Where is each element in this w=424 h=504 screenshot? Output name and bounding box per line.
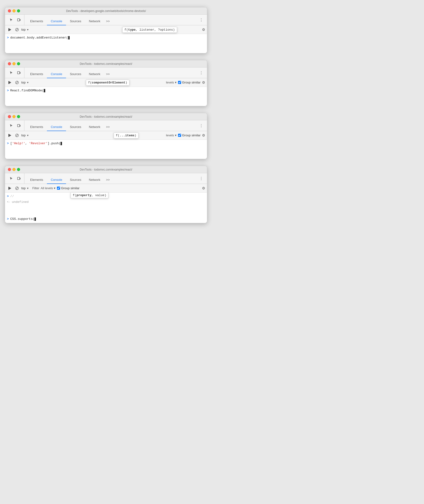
tab-network-1[interactable]: Network	[85, 18, 104, 25]
autocomplete-bold-1: type	[128, 28, 136, 31]
autocomplete-item-4-1[interactable]: f(property, value)	[71, 193, 108, 198]
autocomplete-f-1: f(	[125, 28, 128, 31]
minimize-button-3[interactable]	[12, 115, 16, 118]
console-content-4: > // <- undefined f(conditionText) f(pro…	[5, 193, 207, 223]
tab-sources-3[interactable]: Sources	[66, 123, 85, 131]
console-input-4-0[interactable]: //	[10, 194, 14, 199]
autocomplete-popup-2: f(componentOrElement)	[86, 80, 130, 86]
console-input-4-2[interactable]: CSS.supports(	[10, 217, 36, 221]
toolbar-1: top ▾ f(type, listener, ?options) ⚙	[5, 25, 207, 34]
console-input-3-0[interactable]: ['Help!', 'Revolver'].push(	[10, 141, 62, 146]
autocomplete-f-4-1: f(	[73, 194, 77, 197]
close-button-4[interactable]	[8, 168, 11, 171]
settings-icon-1[interactable]: ⚙	[202, 28, 205, 32]
group-similar-input-2[interactable]	[178, 81, 181, 84]
svg-marker-2	[9, 28, 11, 31]
cursor-icon[interactable]	[8, 17, 15, 23]
device-icon-4[interactable]	[16, 175, 22, 182]
svg-line-11	[16, 82, 18, 84]
filter-label-4: Filter	[32, 186, 39, 190]
window-title-2: DevTools - todomvc.com/examples/react/	[80, 62, 132, 66]
tab-more-4[interactable]: >>	[104, 176, 112, 184]
context-dropdown-3[interactable]: ▾	[27, 134, 28, 137]
svg-rect-9	[8, 81, 9, 84]
context-dropdown-2[interactable]: ▾	[27, 81, 28, 84]
group-similar-checkbox-4[interactable]: Group similar	[57, 186, 80, 190]
autocomplete-rest-1: , listener, ?options)	[136, 28, 175, 31]
svg-marker-8	[9, 81, 11, 84]
tab-network-4[interactable]: Network	[85, 176, 104, 184]
tab-elements-4[interactable]: Elements	[26, 176, 47, 184]
settings-icon-2[interactable]: ⚙	[202, 80, 205, 85]
tab-sources-1[interactable]: Sources	[66, 18, 85, 25]
group-similar-text-4: Group similar	[61, 186, 80, 190]
device-icon-3[interactable]	[16, 122, 22, 129]
clear-icon-2[interactable]	[14, 80, 20, 85]
execute-icon-3[interactable]	[7, 133, 13, 138]
context-label-3: top	[21, 134, 26, 137]
clear-icon-3[interactable]	[14, 133, 20, 138]
close-button[interactable]	[8, 9, 11, 12]
tab-more-1[interactable]: >>	[104, 18, 112, 25]
menu-dots-1[interactable]: ⋮	[197, 16, 205, 24]
tab-elements-3[interactable]: Elements	[26, 123, 47, 131]
close-button-3[interactable]	[8, 115, 11, 118]
cursor-icon-2[interactable]	[8, 69, 15, 76]
console-input-4-1: undefined	[12, 200, 28, 204]
maximize-button-4[interactable]	[17, 168, 20, 171]
maximize-button[interactable]	[17, 9, 20, 12]
group-similar-input-4[interactable]	[57, 187, 60, 190]
clear-icon-1[interactable]	[14, 27, 20, 32]
console-line-3-0: > ['Help!', 'Revolver'].push(	[5, 141, 207, 146]
close-button-2[interactable]	[8, 62, 11, 65]
console-input-1-0[interactable]: document.body.addEventListener(	[10, 35, 70, 40]
tab-console-4[interactable]: Console	[47, 176, 66, 184]
context-dropdown-1[interactable]: ▾	[27, 28, 28, 31]
svg-rect-12	[18, 124, 20, 127]
toolbar-4: top ▾ Filter All levels ▾ Group similar …	[5, 184, 207, 193]
device-icon-2[interactable]	[16, 69, 22, 76]
maximize-button-3[interactable]	[17, 115, 20, 118]
svg-rect-6	[18, 72, 20, 74]
tab-console-3[interactable]: Console	[47, 123, 66, 131]
device-icon[interactable]	[16, 17, 22, 23]
settings-icon-3[interactable]: ⚙	[202, 133, 205, 138]
svg-rect-21	[8, 187, 9, 190]
cursor-icon-3[interactable]	[8, 122, 15, 129]
tab-more-2[interactable]: >>	[104, 70, 112, 78]
minimize-button[interactable]	[12, 9, 16, 12]
tab-network-3[interactable]: Network	[85, 123, 104, 131]
maximize-button-2[interactable]	[17, 62, 20, 65]
tab-console-2[interactable]: Console	[47, 70, 66, 78]
group-similar-checkbox-3[interactable]: Group similar	[178, 134, 200, 137]
console-prompt-3-0: >	[7, 141, 9, 146]
menu-dots-3[interactable]: ⋮	[197, 122, 205, 130]
menu-dots-4[interactable]: ⋮	[197, 174, 205, 183]
cursor-icon-4[interactable]	[8, 175, 15, 182]
console-input-2-0[interactable]: React.findDOMNode(	[10, 88, 45, 93]
tab-elements-2[interactable]: Elements	[26, 70, 47, 78]
group-similar-input-3[interactable]	[178, 134, 181, 137]
tab-network-2[interactable]: Network	[85, 70, 104, 78]
clear-icon-4[interactable]	[14, 185, 20, 191]
levels-label-3: levels ▾	[166, 134, 177, 137]
execute-icon-4[interactable]	[7, 185, 13, 191]
tab-sources-4[interactable]: Sources	[66, 176, 85, 184]
tab-sources-2[interactable]: Sources	[66, 70, 85, 78]
all-levels-label-4: All levels ▾	[41, 186, 56, 190]
execute-icon-2[interactable]	[7, 80, 13, 85]
settings-icon-4[interactable]: ⚙	[202, 186, 205, 191]
menu-dots-2[interactable]: ⋮	[197, 69, 205, 77]
tab-elements-1[interactable]: Elements	[26, 18, 47, 25]
minimize-button-2[interactable]	[12, 62, 16, 65]
context-dropdown-4[interactable]: ▾	[27, 187, 28, 190]
tab-console-1[interactable]: Console	[47, 18, 66, 25]
svg-rect-3	[8, 28, 9, 31]
tab-bar-icons-2	[7, 68, 25, 78]
toolbar-3: top ▾ f(...items) levels ▾ Group similar…	[5, 131, 207, 140]
execute-icon-1[interactable]	[7, 27, 13, 32]
group-similar-checkbox-2[interactable]: Group similar	[178, 81, 200, 84]
minimize-button-4[interactable]	[12, 168, 16, 171]
autocomplete-rest-4-1: , value)	[91, 194, 106, 197]
tab-more-3[interactable]: >>	[104, 123, 112, 131]
